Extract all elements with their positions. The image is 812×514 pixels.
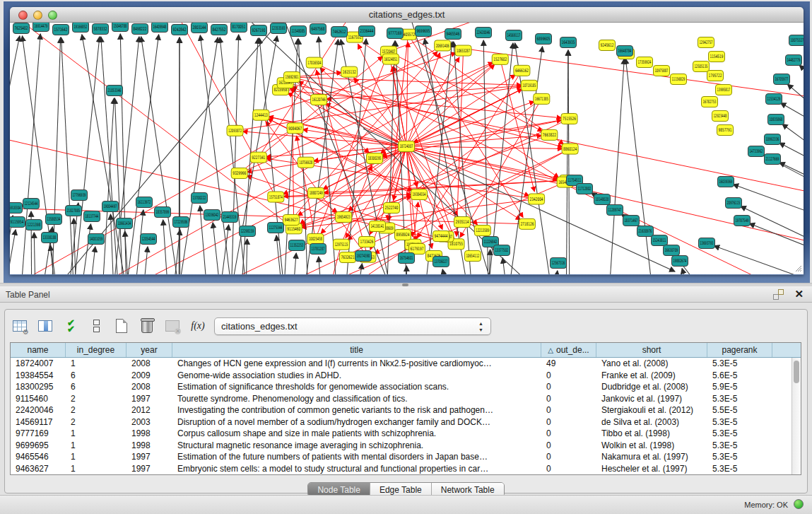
graph-edge[interactable] xyxy=(230,35,239,274)
graph-node[interactable]: 10835868 xyxy=(768,115,784,125)
graph-node[interactable]: 16918304 xyxy=(10,203,23,214)
cell-pagerank[interactable]: 5.5E-5 xyxy=(707,404,772,416)
graph-node[interactable]: 2522740 xyxy=(384,203,400,214)
resize-grip[interactable] xyxy=(796,266,801,271)
table-settings-button[interactable]: ⚙ xyxy=(11,317,29,335)
cell-short[interactable]: Jankovic et al. (1997) xyxy=(596,393,707,405)
graph-node[interactable]: 10653287 xyxy=(455,45,471,56)
graph-edge[interactable] xyxy=(787,84,804,129)
graph-node[interactable]: 9267190 xyxy=(251,25,267,36)
graph-edge[interactable] xyxy=(551,271,558,274)
graph-edge[interactable] xyxy=(120,34,127,274)
table-row[interactable]: 1872400712008Changes of HCN gene express… xyxy=(11,358,801,370)
graph-node[interactable]: 13706027 xyxy=(433,257,449,267)
graph-node[interactable]: 9463627 xyxy=(283,215,299,226)
graph-node[interactable]: 12505135 xyxy=(693,62,710,72)
cell-out_degree[interactable]: 0 xyxy=(541,381,596,393)
graph-edge[interactable] xyxy=(741,206,804,254)
cell-year[interactable]: 1997 xyxy=(126,393,172,405)
graph-node[interactable]: 1795722 xyxy=(707,71,724,81)
graph-node[interactable]: 1244413 xyxy=(253,110,269,120)
graph-node[interactable]: 18137744 xyxy=(84,211,100,222)
graph-node[interactable]: 12353593 xyxy=(271,23,287,34)
graph-edge[interactable] xyxy=(245,239,247,274)
cell-in_degree[interactable]: 6 xyxy=(66,370,126,382)
table-row[interactable]: 969969511998Structural magnetic resonanc… xyxy=(11,440,801,452)
graph-node[interactable]: 16039369 xyxy=(718,177,734,187)
cell-pagerank[interactable]: 5.3E-5 xyxy=(707,393,772,405)
graph-node[interactable]: 7462612 xyxy=(331,27,348,37)
cell-short[interactable]: Hescheler et al. (1997) xyxy=(596,463,707,475)
graph-node[interactable]: 16524851 xyxy=(382,54,399,64)
cell-out_degree[interactable]: 0 xyxy=(541,370,596,382)
cell-pagerank[interactable]: 5.3E-5 xyxy=(707,428,772,440)
cell-in_degree[interactable]: 6 xyxy=(66,381,126,393)
graph-node[interactable]: 9857791 xyxy=(717,125,734,136)
column-header-out_degree[interactable]: △out_de... xyxy=(541,343,596,357)
table-row[interactable]: 1456911722003Disruption of a novel membe… xyxy=(11,416,801,428)
cell-title[interactable]: Disruption of a novel member of a sodium… xyxy=(172,416,541,428)
scrollbar-thumb[interactable] xyxy=(794,361,799,383)
graph-node[interactable]: 1571642 xyxy=(53,25,69,35)
graph-edge[interactable] xyxy=(406,266,408,274)
graph-node[interactable]: 7663822 xyxy=(541,129,558,140)
cell-pagerank[interactable]: 5.6E-5 xyxy=(707,370,772,382)
graph-node[interactable]: 9777169 xyxy=(387,28,404,39)
graph-node[interactable]: 13338188 xyxy=(42,233,58,243)
graph-node[interactable]: 5878332 xyxy=(93,24,109,35)
column-header-title[interactable]: title xyxy=(172,343,541,357)
graph-node[interactable]: 13036042 xyxy=(204,210,220,221)
function-builder-button[interactable]: f(x) xyxy=(189,317,207,335)
cell-out_degree[interactable]: 49 xyxy=(541,358,596,370)
graph-edge[interactable] xyxy=(417,71,522,238)
graph-edge[interactable] xyxy=(319,257,324,274)
table-row[interactable]: 977716911998Corpus callosum shape and si… xyxy=(11,428,801,440)
cell-pagerank[interactable]: 5.3E-5 xyxy=(707,416,772,428)
graph-node[interactable]: 2336444 xyxy=(359,26,375,37)
graph-node[interactable]: 12213589 xyxy=(474,226,490,236)
cell-year[interactable]: 1997 xyxy=(126,451,172,463)
close-panel-icon[interactable]: ✕ xyxy=(794,288,804,300)
cell-title[interactable]: Estimation of significance thresholds fo… xyxy=(172,381,541,393)
graph-edge[interactable] xyxy=(10,230,16,274)
graph-edge[interactable] xyxy=(502,258,511,274)
cell-title[interactable]: Embryonic stem cells: a model to study s… xyxy=(172,463,541,475)
graph-edge[interactable] xyxy=(290,253,296,274)
cell-in_degree[interactable]: 1 xyxy=(66,428,126,440)
graph-edge[interactable] xyxy=(200,35,236,274)
cell-short[interactable]: Franke et al. (2009) xyxy=(596,370,707,382)
vertical-scrollbar[interactable] xyxy=(792,358,801,474)
cell-title[interactable]: Corpus callosum shape and size in male p… xyxy=(172,428,541,440)
cell-out_degree[interactable]: 0 xyxy=(541,463,596,475)
graph-node[interactable]: 20976115 xyxy=(726,198,742,209)
graph-node[interactable]: 13781287 xyxy=(310,244,326,255)
graph-node[interactable]: 16113972 xyxy=(136,197,153,208)
column-header-year[interactable]: year xyxy=(126,343,172,357)
graph-edge[interactable] xyxy=(406,42,408,146)
cell-out_degree[interactable]: 0 xyxy=(541,416,596,428)
cell-out_degree[interactable]: 0 xyxy=(541,440,596,452)
cell-year[interactable]: 2008 xyxy=(126,381,172,393)
float-panel-icon[interactable] xyxy=(773,289,784,300)
graph-node[interactable]: 8427552 xyxy=(211,25,228,35)
graph-node[interactable]: 2935114 xyxy=(454,217,471,228)
graph-node[interactable]: 9699695 xyxy=(416,26,432,37)
graph-edge[interactable] xyxy=(782,124,804,167)
graph-node[interactable]: 12298159 xyxy=(240,226,256,237)
select-rows-button[interactable]: ✔✔ xyxy=(61,317,80,335)
cell-name[interactable]: 9115460 xyxy=(11,393,66,405)
graph-node[interactable]: 1733426 xyxy=(359,237,375,247)
graph-edge[interactable] xyxy=(61,37,76,274)
graph-node[interactable]: 21127669 xyxy=(765,154,781,165)
graph-node[interactable]: 18724007 xyxy=(399,141,415,152)
cell-pagerank[interactable]: 5.3E-5 xyxy=(707,451,772,463)
graph-node[interactable]: 1615132 xyxy=(341,66,358,77)
cell-short[interactable]: Dudbridge et al. (2008) xyxy=(596,381,707,393)
graph-node[interactable]: 16914479 xyxy=(33,23,49,32)
graph-node[interactable]: 10719185 xyxy=(521,80,537,90)
graph-edge[interactable] xyxy=(682,269,699,274)
graph-node[interactable]: 16630709 xyxy=(664,245,680,256)
graph-node[interactable]: 7632621 xyxy=(340,252,356,263)
graph-node[interactable]: 9115954 xyxy=(10,217,25,228)
graph-edge[interactable] xyxy=(353,264,362,274)
